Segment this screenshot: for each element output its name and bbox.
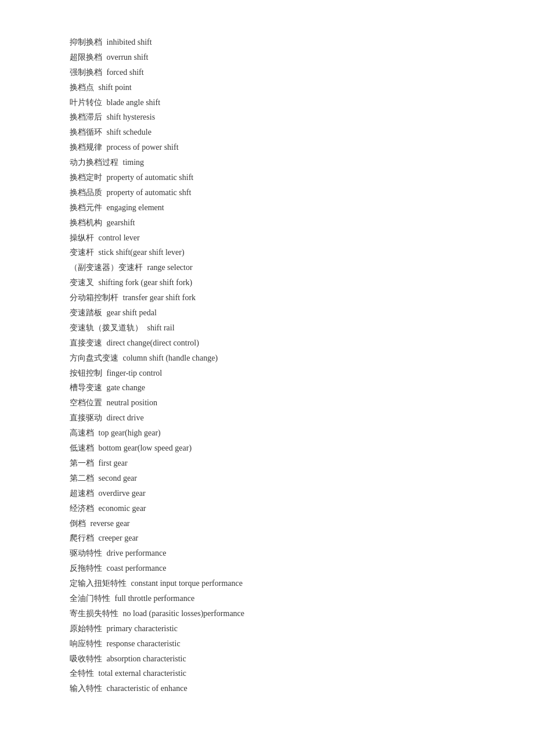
term-zh: 强制换档 bbox=[70, 68, 102, 77]
list-item: 空档位置 neutral position bbox=[70, 395, 464, 411]
term-zh: 低速档 bbox=[70, 444, 94, 452]
list-item: 换档机构 gearshift bbox=[70, 215, 464, 231]
list-item: 定输入扭矩特性 constant input torque performanc… bbox=[70, 576, 464, 591]
list-item: （副变速器）变速杆 range selector bbox=[70, 260, 464, 275]
term-en: gate change bbox=[104, 383, 145, 392]
term-zh: 倒档 bbox=[70, 519, 86, 528]
term-zh: 爬行档 bbox=[70, 534, 94, 542]
list-item: 换档点 shift point bbox=[70, 80, 464, 95]
term-zh: 超速档 bbox=[70, 489, 94, 498]
term-en: full throttle performance bbox=[113, 594, 194, 603]
term-zh: 变速踏板 bbox=[70, 308, 102, 317]
term-en: property of automatic shift bbox=[104, 173, 193, 182]
list-item: 高速档 top gear(high gear) bbox=[70, 426, 464, 441]
list-item: 响应特性 response characteristic bbox=[70, 636, 464, 651]
term-en: total external characteristic bbox=[96, 669, 186, 678]
term-zh: 变速轨（拨叉道轨） bbox=[70, 323, 143, 332]
list-item: 操纵杆 control lever bbox=[70, 231, 464, 246]
term-en: shift point bbox=[96, 83, 132, 92]
term-zh: 变速叉 bbox=[70, 278, 94, 287]
term-en: stick shift(gear shift lever) bbox=[96, 248, 185, 257]
term-en: engaging element bbox=[104, 203, 164, 212]
term-en: first gear bbox=[96, 459, 128, 467]
list-item: 直接变速 direct change(direct control) bbox=[70, 336, 464, 351]
term-zh: 寄生损失特性 bbox=[70, 609, 118, 618]
term-en: characteristic of enhance bbox=[104, 684, 187, 693]
term-en: finger-tip control bbox=[104, 369, 162, 377]
term-zh: 按钮控制 bbox=[70, 369, 102, 377]
term-zh: 换档机构 bbox=[70, 218, 102, 227]
term-en: timing bbox=[121, 158, 144, 167]
term-zh: 动力换档过程 bbox=[70, 158, 118, 167]
list-item: 换档循环 shift schedule bbox=[70, 125, 464, 140]
list-item: 抑制换档 inhibited shift bbox=[70, 35, 464, 50]
term-en: top gear(high gear) bbox=[96, 429, 161, 437]
list-item: 超限换档 overrun shift bbox=[70, 50, 464, 65]
list-item: 槽导变速 gate change bbox=[70, 380, 464, 395]
list-item: 变速轨（拨叉道轨） shift rail bbox=[70, 321, 464, 336]
list-item: 全特性 total external characteristic bbox=[70, 666, 464, 681]
term-zh: 全油门特性 bbox=[70, 594, 110, 603]
list-item: 叶片转位 blade angle shift bbox=[70, 95, 464, 110]
list-item: 第一档 first gear bbox=[70, 456, 464, 471]
term-zh: 直接驱动 bbox=[70, 413, 102, 422]
term-zh: 原始特性 bbox=[70, 624, 102, 633]
term-zh: 定输入扭矩特性 bbox=[70, 579, 127, 588]
list-item: 换档滞后 shift hysteresis bbox=[70, 110, 464, 125]
list-item: 原始特性 primary characteristic bbox=[70, 621, 464, 636]
term-zh: （副变速器）变速杆 bbox=[70, 263, 143, 272]
list-item: 经济档 economic gear bbox=[70, 501, 464, 516]
term-en: neutral position bbox=[104, 398, 157, 407]
term-en: transfer gear shift fork bbox=[121, 293, 196, 302]
term-en: gear shift pedal bbox=[104, 308, 157, 317]
term-zh: 驱动特性 bbox=[70, 549, 102, 557]
list-item: 换档规律 process of power shift bbox=[70, 140, 464, 155]
term-en: overrun shift bbox=[104, 53, 148, 62]
term-zh: 换档点 bbox=[70, 83, 94, 92]
list-item: 换档元件 engaging element bbox=[70, 200, 464, 215]
term-zh: 换档定时 bbox=[70, 173, 102, 182]
term-zh: 抑制换档 bbox=[70, 38, 102, 46]
term-en: reverse gear bbox=[88, 519, 130, 528]
term-en: second gear bbox=[96, 474, 137, 483]
term-en: creeper gear bbox=[96, 534, 138, 542]
term-zh: 叶片转位 bbox=[70, 98, 102, 107]
term-en: direct change(direct control) bbox=[104, 339, 199, 347]
list-item: 方向盘式变速 column shift (handle change) bbox=[70, 351, 464, 366]
term-en: forced shift bbox=[104, 68, 144, 77]
term-en: economic gear bbox=[96, 504, 146, 513]
term-en: shift schedule bbox=[104, 128, 151, 136]
term-en: shift rail bbox=[145, 323, 175, 332]
term-zh: 经济档 bbox=[70, 504, 94, 513]
term-en: overdirve gear bbox=[96, 489, 146, 498]
term-en: direct drive bbox=[104, 413, 144, 422]
term-en: gearshift bbox=[104, 218, 135, 227]
list-item: 换档定时 property of automatic shift bbox=[70, 170, 464, 185]
term-en: blade angle shift bbox=[104, 98, 160, 107]
term-en: bottom gear(low speed gear) bbox=[96, 444, 192, 452]
term-en: no load (parasitic losses)performance bbox=[121, 609, 244, 618]
term-en: absorption characteristic bbox=[104, 654, 186, 663]
term-zh: 换档循环 bbox=[70, 128, 102, 136]
list-item: 变速杆 stick shift(gear shift lever) bbox=[70, 245, 464, 260]
term-zh: 操纵杆 bbox=[70, 233, 94, 242]
term-en: drive performance bbox=[104, 549, 167, 557]
term-zh: 变速杆 bbox=[70, 248, 94, 257]
list-item: 第二档 second gear bbox=[70, 471, 464, 486]
list-item: 变速踏板 gear shift pedal bbox=[70, 305, 464, 321]
term-zh: 反拖特性 bbox=[70, 564, 102, 573]
term-en: constant input torque performance bbox=[129, 579, 243, 588]
term-list: 抑制换档 inhibited shift超限换档 overrun shift强制… bbox=[70, 35, 464, 696]
term-zh: 高速档 bbox=[70, 429, 94, 437]
term-en: response characteristic bbox=[104, 639, 181, 648]
term-zh: 换档规律 bbox=[70, 143, 102, 152]
term-zh: 方向盘式变速 bbox=[70, 354, 118, 362]
term-zh: 吸收特性 bbox=[70, 654, 102, 663]
term-zh: 换档品质 bbox=[70, 188, 102, 197]
list-item: 驱动特性 drive performance bbox=[70, 546, 464, 561]
term-en: control lever bbox=[96, 233, 140, 242]
term-en: column shift (handle change) bbox=[121, 354, 218, 362]
list-item: 倒档 reverse gear bbox=[70, 516, 464, 531]
term-zh: 分动箱控制杆 bbox=[70, 293, 118, 302]
term-zh: 空档位置 bbox=[70, 398, 102, 407]
